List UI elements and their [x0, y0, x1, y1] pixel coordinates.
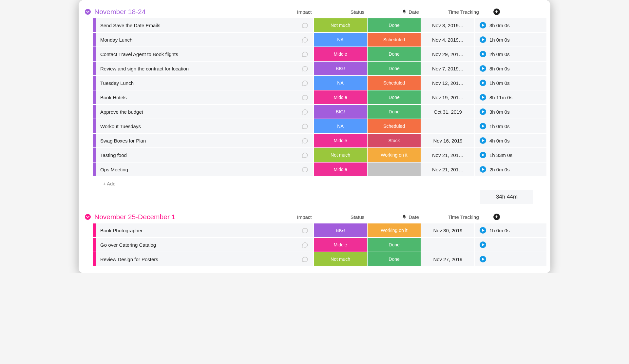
time-tracking-cell[interactable]: 3h 0m 0s — [474, 105, 533, 119]
time-tracking-cell[interactable] — [474, 252, 533, 266]
group-title[interactable]: November 25-December 1 — [93, 213, 278, 221]
impact-column-header[interactable]: Impact — [278, 9, 331, 15]
time-tracking-cell[interactable]: 1h 0m 0s — [474, 33, 533, 47]
time-tracking-column-header[interactable]: Time Tracking — [437, 214, 490, 220]
chat-icon[interactable] — [301, 21, 309, 29]
impact-cell[interactable]: Middle — [313, 90, 367, 104]
date-cell[interactable]: Nov 12, 201… — [421, 76, 474, 90]
play-icon[interactable] — [480, 123, 486, 129]
play-icon[interactable] — [480, 51, 486, 57]
status-cell[interactable] — [367, 163, 421, 176]
row-title-cell[interactable]: Contact Travel Agent to Book flights — [96, 47, 313, 61]
date-cell[interactable]: Nov 21, 201… — [421, 148, 474, 162]
group-collapse-toggle[interactable] — [83, 9, 93, 15]
play-icon[interactable] — [480, 241, 486, 248]
play-icon[interactable] — [480, 256, 486, 262]
play-icon[interactable] — [480, 152, 486, 158]
date-cell[interactable]: Nov 3, 2019… — [421, 18, 474, 32]
chat-icon[interactable] — [301, 137, 309, 144]
status-cell[interactable]: Done — [367, 47, 421, 61]
table-row[interactable]: Contact Travel Agent to Book flightsMidd… — [93, 47, 546, 62]
play-icon[interactable] — [480, 94, 486, 101]
play-icon[interactable] — [480, 108, 486, 115]
date-cell[interactable]: Nov 16, 2019 — [421, 134, 474, 147]
add-column-button[interactable]: + — [490, 214, 503, 220]
impact-cell[interactable]: BIG! — [313, 62, 367, 75]
chat-icon[interactable] — [301, 255, 309, 263]
date-cell[interactable] — [421, 238, 474, 252]
date-cell[interactable]: Nov 19, 201… — [421, 90, 474, 104]
time-tracking-cell[interactable]: 3h 0m 0s — [474, 18, 533, 32]
date-column-header[interactable]: Date — [384, 214, 437, 220]
date-cell[interactable]: Nov 30, 2019 — [421, 223, 474, 237]
status-cell[interactable]: Scheduled — [367, 119, 421, 133]
table-row[interactable]: Monday LunchNAScheduledNov 4, 2019…1h 0m… — [93, 33, 546, 47]
chat-icon[interactable] — [301, 108, 309, 116]
add-column-button[interactable]: + — [490, 9, 503, 15]
row-title-cell[interactable]: Review and sign the contract for locatio… — [96, 62, 313, 75]
play-icon[interactable] — [480, 227, 486, 234]
time-tracking-cell[interactable]: 1h 33m 0s — [474, 148, 533, 162]
date-cell[interactable]: Nov 4, 2019… — [421, 33, 474, 47]
impact-cell[interactable]: NA — [313, 33, 367, 47]
time-tracking-cell[interactable]: 1h 0m 0s — [474, 76, 533, 90]
time-tracking-cell[interactable]: 4h 0m 0s — [474, 134, 533, 147]
status-cell[interactable]: Working on it — [367, 223, 421, 237]
chat-icon[interactable] — [301, 36, 309, 44]
table-row[interactable]: Tuesday LunchNAScheduledNov 12, 201…1h 0… — [93, 76, 546, 90]
time-tracking-cell[interactable]: 8h 11m 0s — [474, 90, 533, 104]
status-column-header[interactable]: Status — [331, 9, 384, 15]
impact-cell[interactable]: Middle — [313, 238, 367, 252]
status-column-header[interactable]: Status — [331, 214, 384, 220]
table-row[interactable]: Book PhotographerBIG!Working on itNov 30… — [93, 223, 546, 238]
time-tracking-column-header[interactable]: Time Tracking — [437, 9, 490, 15]
play-icon[interactable] — [480, 166, 486, 173]
date-cell[interactable]: Nov 21, 201… — [421, 163, 474, 176]
row-title-cell[interactable]: Approve the budget — [96, 105, 313, 119]
impact-cell[interactable]: Middle — [313, 134, 367, 147]
row-title-cell[interactable]: Book Hotels — [96, 90, 313, 104]
chat-icon[interactable] — [301, 79, 309, 87]
impact-cell[interactable]: Not much — [313, 18, 367, 32]
table-row[interactable]: Review Design for PostersNot muchDoneNov… — [93, 252, 546, 267]
row-title-cell[interactable]: Tuesday Lunch — [96, 76, 313, 90]
row-title-cell[interactable]: Ops Meeting — [96, 163, 313, 176]
status-cell[interactable]: Done — [367, 90, 421, 104]
play-icon[interactable] — [480, 22, 486, 29]
date-cell[interactable]: Nov 27, 2019 — [421, 252, 474, 266]
impact-cell[interactable]: NA — [313, 119, 367, 133]
chat-icon[interactable] — [301, 93, 309, 101]
table-row[interactable]: Approve the budgetBIG!DoneOct 31, 20193h… — [93, 105, 546, 119]
date-cell[interactable]: Nov 7, 2019… — [421, 62, 474, 75]
status-cell[interactable]: Done — [367, 252, 421, 266]
impact-cell[interactable]: Not much — [313, 148, 367, 162]
row-title-cell[interactable]: Tasting food — [96, 148, 313, 162]
impact-cell[interactable]: Middle — [313, 47, 367, 61]
chat-icon[interactable] — [301, 151, 309, 159]
time-tracking-cell[interactable]: 1h 0m 0s — [474, 119, 533, 133]
row-title-cell[interactable]: Go over Catering Catalog — [96, 238, 313, 252]
date-cell[interactable] — [421, 119, 474, 133]
table-row[interactable]: Workout TuesdaysNAScheduled1h 0m 0s — [93, 119, 546, 134]
impact-cell[interactable]: Middle — [313, 163, 367, 176]
status-cell[interactable]: Done — [367, 62, 421, 75]
table-row[interactable]: Tasting foodNot muchWorking on itNov 21,… — [93, 148, 546, 163]
play-icon[interactable] — [480, 80, 486, 86]
impact-cell[interactable]: BIG! — [313, 105, 367, 119]
impact-cell[interactable]: Not much — [313, 252, 367, 266]
add-row[interactable]: + Add — [93, 177, 546, 190]
row-title-cell[interactable]: Send Save the Date Emails — [96, 18, 313, 32]
impact-cell[interactable]: BIG! — [313, 223, 367, 237]
row-title-cell[interactable]: Workout Tuesdays — [96, 119, 313, 133]
chat-icon[interactable] — [301, 65, 309, 72]
impact-cell[interactable]: NA — [313, 76, 367, 90]
chat-icon[interactable] — [301, 122, 309, 130]
group-title[interactable]: November 18-24 — [93, 8, 278, 16]
status-cell[interactable]: Done — [367, 238, 421, 252]
group-collapse-toggle[interactable] — [83, 214, 93, 220]
row-title-cell[interactable]: Book Photographer — [96, 223, 313, 237]
status-cell[interactable]: Stuck — [367, 134, 421, 147]
play-icon[interactable] — [480, 65, 486, 72]
time-tracking-cell[interactable]: 1h 0m 0s — [474, 223, 533, 237]
row-title-cell[interactable]: Review Design for Posters — [96, 252, 313, 266]
